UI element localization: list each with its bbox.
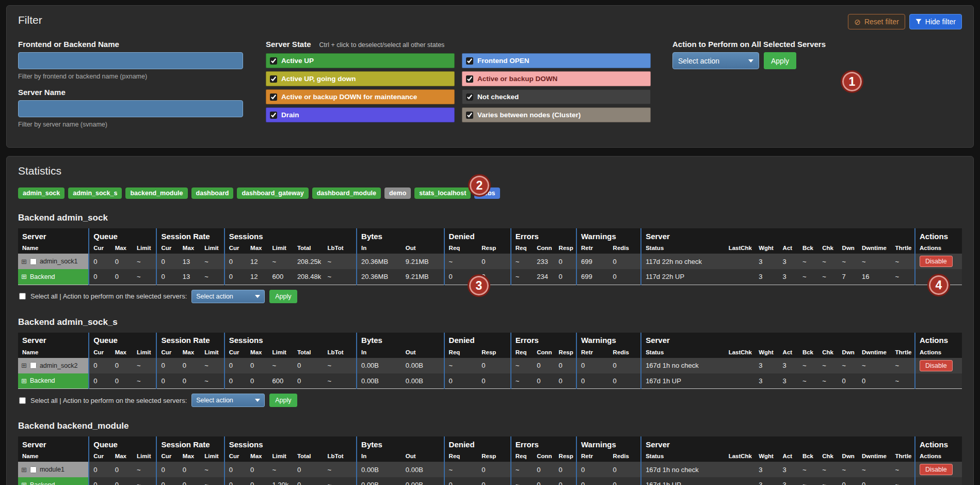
- state-checkbox[interactable]: [466, 112, 473, 119]
- state-option[interactable]: Active UP: [266, 53, 455, 68]
- stat-cell: [725, 358, 755, 373]
- column-group-header: Queue: [89, 228, 156, 244]
- column-header: Max: [111, 452, 133, 462]
- column-header: Thrtle: [891, 348, 915, 358]
- stat-cell: 0: [111, 373, 133, 389]
- stat-cell: 12: [246, 254, 268, 269]
- backend-tag[interactable]: dashboard: [191, 187, 234, 199]
- state-checkbox[interactable]: [466, 93, 473, 101]
- backend-tag[interactable]: dashboard_gateway: [237, 187, 308, 199]
- server-name-cell: ⊞admin_sock2: [18, 358, 89, 373]
- apply-button[interactable]: Apply: [269, 394, 297, 407]
- stat-cell: 0: [609, 358, 641, 373]
- state-checkbox[interactable]: [270, 57, 277, 65]
- chevron-down-icon: [255, 399, 260, 402]
- stat-cell: ~: [798, 254, 818, 269]
- frontend-name-input[interactable]: [18, 52, 243, 69]
- state-option[interactable]: Varies between nodes (Cluster): [462, 107, 651, 122]
- column-group-header: Actions: [915, 436, 962, 452]
- stat-cell: ~: [200, 358, 224, 373]
- row-action-select[interactable]: Select action: [191, 290, 265, 303]
- backend-tag[interactable]: dashboard_module: [312, 187, 381, 199]
- annotation-badge-1: 1: [841, 70, 863, 93]
- server-name: admin_sock1: [40, 258, 78, 265]
- state-option-label: Active or backup DOWN for maintenance: [281, 93, 417, 101]
- actions-cell: [915, 373, 962, 389]
- state-checkbox[interactable]: [270, 112, 277, 119]
- reset-filter-button[interactable]: ⊘ Reset filter: [848, 14, 905, 29]
- stat-cell: ~: [858, 462, 891, 477]
- column-header: Total: [293, 452, 324, 462]
- column-header: Thrtle: [891, 244, 915, 254]
- state-option[interactable]: Drain: [266, 107, 455, 122]
- select-all-checkbox[interactable]: [19, 293, 26, 300]
- stat-cell: 0.00B: [401, 462, 444, 477]
- server-row-checkbox[interactable]: [30, 466, 37, 473]
- state-checkbox[interactable]: [270, 93, 277, 101]
- stat-cell: 0: [858, 373, 891, 389]
- column-header: Max: [111, 348, 133, 358]
- column-header: Dwn: [838, 348, 858, 358]
- expand-icon[interactable]: ⊞: [21, 273, 27, 280]
- backend-tag[interactable]: admin_sock: [18, 187, 65, 199]
- stat-cell: 3: [754, 358, 778, 373]
- state-checkbox[interactable]: [270, 75, 277, 83]
- stat-cell: 0: [293, 477, 324, 485]
- expand-icon[interactable]: ⊞: [21, 362, 27, 369]
- column-header: Total: [293, 244, 324, 254]
- stat-cell: ~: [798, 477, 818, 485]
- state-option[interactable]: Frontend OPEN: [462, 53, 651, 68]
- expand-icon[interactable]: ⊞: [21, 466, 27, 473]
- expand-icon[interactable]: ⊞: [21, 481, 27, 485]
- apply-button[interactable]: Apply: [269, 290, 297, 303]
- apply-all-button[interactable]: Apply: [764, 52, 796, 69]
- column-header: Req: [444, 244, 478, 254]
- server-name-cell: ⊞module1: [18, 462, 89, 477]
- column-header: Retr: [576, 244, 609, 254]
- stat-cell: 117d 22h UP: [641, 269, 724, 285]
- server-row-checkbox[interactable]: [30, 362, 37, 369]
- backend-tag[interactable]: stats_localhost: [414, 187, 471, 199]
- stats-row: ⊞Backend00~013~012600208.48k~20.36MB9.21…: [18, 269, 962, 285]
- stat-cell: 0: [609, 254, 641, 269]
- state-checkbox[interactable]: [466, 75, 473, 83]
- backend-tag[interactable]: backend_module: [125, 187, 187, 199]
- state-option[interactable]: Active UP, going down: [266, 71, 455, 86]
- stat-cell: 0: [179, 477, 200, 485]
- state-option-label: Active or backup DOWN: [477, 75, 557, 83]
- select-all-checkbox[interactable]: [19, 397, 26, 404]
- stat-cell: 20.36MB: [357, 254, 401, 269]
- server-row-checkbox[interactable]: [30, 258, 37, 265]
- state-checkbox[interactable]: [466, 57, 473, 65]
- server-name-label: Server Name: [18, 88, 245, 97]
- stat-cell: 0: [477, 358, 511, 373]
- state-option[interactable]: Active or backup DOWN for maintenance: [266, 89, 455, 104]
- expand-icon[interactable]: ⊞: [21, 258, 27, 265]
- stat-cell: 0: [838, 477, 858, 485]
- column-header: Status: [641, 348, 724, 358]
- hide-filter-button[interactable]: Hide filter: [909, 14, 962, 29]
- column-group-header: Bytes: [357, 333, 444, 348]
- backend-tag[interactable]: admin_sock_s: [68, 187, 122, 199]
- disable-button[interactable]: Disable: [920, 256, 953, 267]
- stat-cell: ~: [511, 373, 533, 389]
- expand-icon[interactable]: ⊞: [21, 378, 27, 384]
- column-group-header: Warnings: [576, 333, 641, 348]
- stat-cell: ~: [511, 358, 533, 373]
- column-header: Redis: [609, 348, 641, 358]
- disable-button[interactable]: Disable: [920, 360, 953, 371]
- stat-cell: 0.00B: [401, 358, 444, 373]
- column-header: Limit: [200, 348, 224, 358]
- disable-button[interactable]: Disable: [920, 464, 953, 475]
- column-group-header: Server: [18, 436, 89, 452]
- state-option[interactable]: Not checked: [462, 89, 651, 104]
- action-select[interactable]: Select action: [672, 52, 759, 69]
- column-header: Resp: [477, 452, 511, 462]
- state-option[interactable]: Active or backup DOWN: [462, 71, 651, 86]
- stat-cell: 0: [111, 358, 133, 373]
- stat-cell: 167d 1h UP: [641, 373, 724, 389]
- server-name-input[interactable]: [18, 100, 243, 117]
- backend-tag[interactable]: demo: [384, 187, 411, 199]
- stat-cell: 0: [444, 373, 478, 389]
- row-action-select[interactable]: Select action: [191, 394, 265, 407]
